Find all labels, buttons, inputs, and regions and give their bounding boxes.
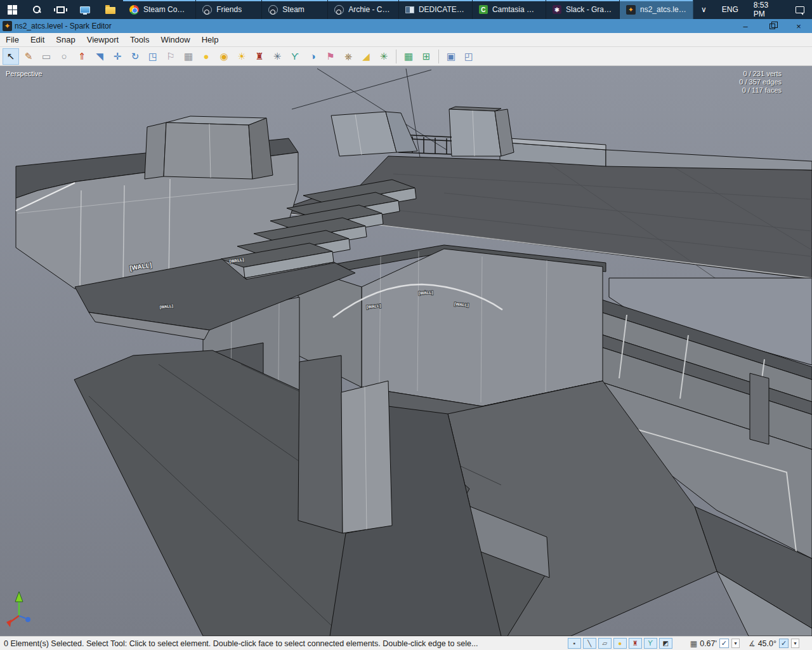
clock[interactable]: 8:53 PM	[746, 1, 788, 18]
angle-snap-checkbox[interactable]: ✓	[779, 639, 789, 648]
sphere-icon: ◑	[310, 51, 315, 61]
grid-fine-icon: ▦	[404, 51, 413, 61]
grid-size-control: ▦ 0.67' ✓ ▾	[690, 639, 740, 648]
entity-toggle-button[interactable]: ϒ	[644, 638, 657, 649]
light-toggle-button[interactable]: ●	[613, 638, 627, 649]
taskbar-app-friends[interactable]: Friends	[196, 0, 262, 19]
menu-tools[interactable]: Tools	[124, 35, 155, 44]
texture-toggle-button[interactable]: ◩	[659, 638, 672, 649]
line-tool-button[interactable]: ✎	[20, 48, 37, 65]
vertex-toggle-button[interactable]: ▪	[568, 638, 581, 649]
viewport-layout-button[interactable]: ◰	[461, 48, 477, 65]
action-center-button[interactable]	[788, 6, 812, 13]
action-center-icon	[796, 6, 804, 13]
start-button[interactable]	[0, 0, 25, 19]
skybox-tool-button[interactable]: ◑	[304, 48, 321, 65]
decal-tool-button[interactable]: ⚑	[322, 48, 339, 65]
checker-icon: ◩	[663, 640, 669, 647]
menu-window[interactable]: Window	[155, 35, 195, 44]
taskbar-app-steam[interactable]: Steam	[262, 0, 328, 19]
vertex-icon: ▪	[573, 640, 576, 647]
grid-snap-coarse-button[interactable]: ⊞	[418, 48, 435, 65]
grid-size-dropdown[interactable]: ▾	[731, 639, 740, 648]
taskbar-search-button[interactable]	[25, 0, 49, 19]
armature-icon: ✳	[273, 51, 282, 61]
taskbar-app-camtasia[interactable]: CCamtasia Stu...	[473, 0, 546, 19]
taskbar: Steam Com... Friends Steam Archie - Chat…	[0, 0, 812, 19]
steam-icon	[334, 5, 344, 15]
grid-snap-checkbox[interactable]: ✓	[719, 639, 729, 648]
prop-toggle-button[interactable]: ♜	[629, 638, 642, 649]
face-toggle-button[interactable]: ▱	[598, 638, 612, 649]
file-explorer-button[interactable]	[98, 0, 123, 19]
taskbar-app-dedicated[interactable]: DEDICATED S...	[399, 0, 473, 19]
selection-filter-toggles: ▪ ╲ ▱ ● ♜ ϒ ◩	[568, 638, 672, 649]
chair-icon: ♜	[255, 51, 263, 61]
chrome-icon	[129, 5, 139, 15]
edge-icon: ╲	[587, 640, 591, 647]
app-icon: ✦	[3, 21, 12, 31]
cheese-icon: ◢	[362, 51, 370, 61]
system-tray: ∨ ENG 8:53 PM	[693, 0, 812, 19]
task-view-icon	[56, 6, 65, 13]
texture-tool-button[interactable]: ⚐	[162, 48, 179, 65]
selection-mode-button[interactable]: ▣	[443, 48, 459, 65]
pencil-icon: ✎	[25, 51, 33, 61]
chair-icon: ♜	[632, 640, 638, 647]
title-bar: ✦ ns2_atcs.level - Spark Editor – ×	[0, 19, 812, 33]
player-start-tool-button[interactable]: ϒ	[287, 48, 303, 65]
bevel-tool-button[interactable]: ◥	[91, 48, 108, 65]
cinematic-tool-button[interactable]: ⎈	[340, 48, 357, 65]
viewport-3d[interactable]: [WALL] [WALL] [WALL] [WALL] [WALL] [WALL…	[0, 66, 812, 636]
close-button[interactable]: ×	[785, 19, 812, 33]
menu-file[interactable]: File	[0, 35, 25, 44]
viewport-mode-label[interactable]: Perspective	[6, 70, 42, 77]
grid-tool-button[interactable]: ▦	[180, 48, 197, 65]
rectangle-icon: ▭	[42, 51, 51, 61]
point-light-tool-button[interactable]: ●	[198, 48, 214, 65]
taskbar-monitor-button[interactable]	[72, 0, 98, 19]
spark-icon: ✦	[626, 5, 636, 15]
status-bar: 0 Element(s) Selected. Select Tool: Clic…	[0, 636, 812, 650]
steam-icon	[202, 5, 212, 15]
toolbar: ↖ ✎ ▭ ○ ⇑ ◥ ✛ ↻ ◳ ⚐ ▦ ● ◉ ☀ ♜ ✳ ϒ ◑ ⚑ ⎈ …	[0, 47, 812, 66]
minimize-button[interactable]: –	[732, 19, 759, 33]
axis-gizmo-icon	[6, 592, 30, 627]
language-indicator[interactable]: ENG	[714, 5, 746, 14]
taskbar-app-archie-chat[interactable]: Archie - Chat	[328, 0, 399, 19]
texture-tag-icon: ⚐	[166, 51, 174, 61]
entity-add-tool-button[interactable]: ✳	[376, 48, 392, 65]
menu-viewport[interactable]: Viewport	[81, 35, 124, 44]
scale-tool-button[interactable]: ◳	[145, 48, 161, 65]
extrude-tool-button[interactable]: ⇑	[74, 48, 90, 65]
task-view-button[interactable]	[49, 0, 72, 19]
light-bulb-icon: ●	[618, 640, 622, 647]
taskbar-app-spark-editor[interactable]: ✦ns2_atcs.level...	[620, 0, 693, 19]
face-icon: ▱	[602, 640, 607, 647]
taskbar-app-steam-community[interactable]: Steam Com...	[123, 0, 196, 19]
tray-chevron-button[interactable]: ∨	[693, 5, 714, 14]
status-message: 0 Element(s) Selected. Select Tool: Clic…	[4, 639, 568, 648]
rectangle-tool-button[interactable]: ▭	[38, 48, 55, 65]
restore-button[interactable]	[759, 19, 785, 33]
entity-tool-button[interactable]: ✳	[269, 48, 285, 65]
edge-toggle-button[interactable]: ╲	[583, 638, 596, 649]
window-title: ns2_atcs.level - Spark Editor	[15, 22, 112, 30]
select-tool-button[interactable]: ↖	[3, 48, 19, 65]
taskbar-app-slack[interactable]: ✱Slack - Grang...	[546, 0, 620, 19]
spot-light-tool-button[interactable]: ◉	[216, 48, 232, 65]
menu-edit[interactable]: Edit	[25, 35, 50, 44]
ambient-light-tool-button[interactable]: ☀	[233, 48, 250, 65]
angle-dropdown[interactable]: ▾	[791, 639, 799, 648]
toolbar-separator	[438, 50, 439, 63]
edges-count: 0 / 357 edges	[739, 78, 782, 86]
cheese-tool-button[interactable]: ◢	[358, 48, 374, 65]
menu-snap[interactable]: Snap	[50, 35, 81, 44]
rotate-tool-button[interactable]: ↻	[127, 48, 143, 65]
grid-snap-fine-button[interactable]: ▦	[400, 48, 417, 65]
angle-icon: ∡	[749, 639, 756, 648]
circle-tool-button[interactable]: ○	[56, 48, 72, 65]
prop-tool-button[interactable]: ♜	[251, 48, 268, 65]
menu-help[interactable]: Help	[196, 35, 225, 44]
move-tool-button[interactable]: ✛	[109, 48, 126, 65]
